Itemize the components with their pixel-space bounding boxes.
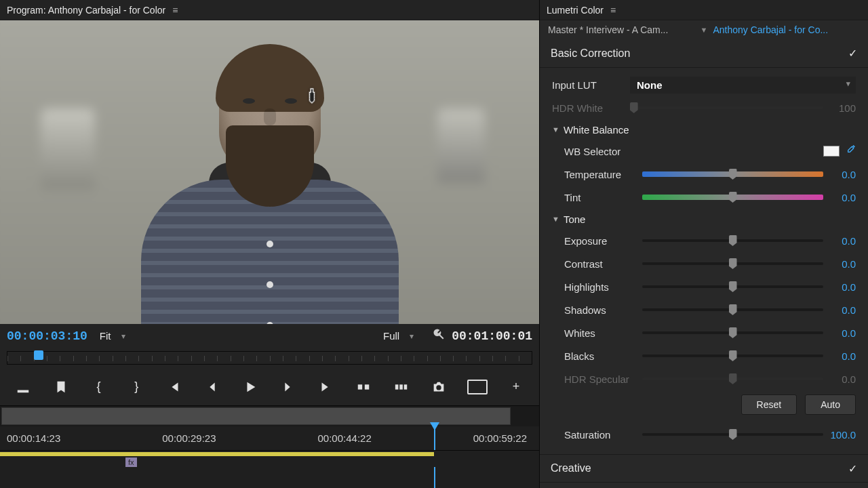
mark-out-icon[interactable]: } <box>127 378 146 396</box>
highlights-label: Highlights <box>564 281 642 293</box>
blacks-value[interactable]: 0.0 <box>823 350 856 362</box>
program-monitor[interactable] <box>0 20 539 324</box>
tint-label: Tint <box>564 192 642 203</box>
disclosure-triangle-icon: ▼ <box>552 215 559 223</box>
creative-header[interactable]: Creative ✓ <box>540 454 868 483</box>
extract-icon[interactable] <box>392 378 411 396</box>
play-icon[interactable] <box>241 378 260 396</box>
safe-margins-icon[interactable] <box>467 380 488 394</box>
hdr-specular-slider <box>642 378 823 380</box>
disclosure-triangle-icon: ▼ <box>552 125 559 134</box>
lift-icon[interactable] <box>354 378 373 396</box>
svg-rect-4 <box>403 384 407 389</box>
auto-button[interactable]: Auto <box>805 394 856 415</box>
program-scrubber[interactable] <box>0 348 539 368</box>
duration-timecode: 00:01:00:01 <box>452 329 532 343</box>
hdr-white-label: HDR White <box>552 102 630 114</box>
exposure-slider[interactable] <box>642 239 823 242</box>
lumetri-title: Lumetri Color <box>547 5 604 16</box>
hdr-specular-label: HDR Specular <box>564 373 642 385</box>
tint-slider[interactable] <box>642 195 823 200</box>
program-title: Program: Anthony Carbajal - for Color <box>7 5 165 16</box>
camera-icon[interactable] <box>430 378 449 396</box>
shadows-value[interactable]: 0.0 <box>823 304 856 316</box>
timeline-ruler[interactable]: 00:00:14:23 00:00:29:23 00:00:44:22 00:0… <box>0 426 539 450</box>
input-lut-dropdown[interactable]: None <box>630 77 856 94</box>
step-back-icon[interactable] <box>203 378 222 396</box>
section-enabled-check-icon[interactable]: ✓ <box>848 47 857 60</box>
svg-rect-3 <box>399 384 403 389</box>
program-panel-header: Program: Anthony Carbajal - for Color ≡ <box>0 0 539 20</box>
program-menu-icon[interactable]: ≡ <box>172 5 178 16</box>
wb-color-swatch[interactable] <box>823 146 840 157</box>
svg-rect-1 <box>365 384 369 389</box>
svg-point-5 <box>437 385 441 390</box>
whites-slider[interactable] <box>642 331 823 334</box>
go-to-in-icon[interactable] <box>165 378 184 396</box>
saturation-label: Saturation <box>564 429 642 441</box>
wrench-icon[interactable] <box>433 328 445 344</box>
current-timecode[interactable]: 00:00:03:10 <box>7 329 87 343</box>
step-forward-icon[interactable] <box>278 378 297 396</box>
saturation-value[interactable]: 100.0 <box>823 429 856 441</box>
exposure-value[interactable]: 0.0 <box>823 235 856 247</box>
whites-label: Whites <box>564 327 642 339</box>
tint-value[interactable]: 0.0 <box>823 192 856 203</box>
mark-icon[interactable] <box>52 378 71 396</box>
ruler-tick: 00:00:44:22 <box>318 432 372 444</box>
exposure-label: Exposure <box>564 235 642 247</box>
svg-rect-0 <box>358 384 362 389</box>
contrast-slider[interactable] <box>642 262 823 265</box>
shadows-label: Shadows <box>564 304 642 316</box>
contrast-value[interactable]: 0.0 <box>823 258 856 270</box>
blacks-label: Blacks <box>564 350 642 362</box>
reset-button[interactable]: Reset <box>741 394 797 415</box>
ruler-tick: 00:00:59:22 <box>473 432 527 444</box>
export-frame-icon[interactable] <box>14 378 33 396</box>
scrubber-playhead[interactable] <box>34 350 43 360</box>
basic-correction-header[interactable]: Basic Correction ✓ <box>540 39 868 68</box>
svg-rect-2 <box>395 384 399 389</box>
temperature-value[interactable]: 0.0 <box>823 169 856 180</box>
white-balance-header[interactable]: ▼ White Balance <box>552 119 856 140</box>
clip-master-label[interactable]: Master * Interivew - A Cam... <box>548 24 695 35</box>
lumetri-panel-header: Lumetri Color ≡ <box>540 0 868 20</box>
temperature-slider[interactable] <box>642 171 823 177</box>
ruler-tick: 00:00:14:23 <box>7 432 60 444</box>
clip-active-label[interactable]: Anthony Carbajal - for Co... <box>713 24 860 35</box>
add-button-icon[interactable]: + <box>507 378 526 396</box>
zoom-dropdown[interactable]: Fit <box>94 327 131 344</box>
shadows-slider[interactable] <box>642 308 823 311</box>
highlights-value[interactable]: 0.0 <box>823 281 856 293</box>
eyedropper-icon[interactable] <box>845 144 856 158</box>
go-to-out-icon[interactable] <box>316 378 335 396</box>
timeline-panel[interactable]: 00:00:14:23 00:00:29:23 00:00:44:22 00:0… <box>0 405 539 488</box>
quality-dropdown[interactable]: Full <box>378 327 419 344</box>
mark-in-icon[interactable]: { <box>90 378 108 396</box>
saturation-slider[interactable] <box>642 433 823 436</box>
wb-selector-label: WB Selector <box>564 146 642 157</box>
ruler-tick: 00:00:29:23 <box>162 432 216 444</box>
temperature-label: Temperature <box>564 169 642 180</box>
tone-header[interactable]: ▼ Tone <box>552 209 856 229</box>
lumetri-menu-icon[interactable]: ≡ <box>610 5 616 16</box>
timeline-clip[interactable] <box>0 452 434 456</box>
section-enabled-check-icon[interactable]: ✓ <box>848 462 857 475</box>
highlights-slider[interactable] <box>642 285 823 288</box>
blacks-slider[interactable] <box>642 354 823 357</box>
hdr-white-slider <box>630 106 823 109</box>
whites-value[interactable]: 0.0 <box>823 327 856 339</box>
contrast-label: Contrast <box>564 258 642 270</box>
input-lut-label: Input LUT <box>552 79 630 91</box>
hdr-white-value: 100 <box>823 102 856 114</box>
chevron-down-icon[interactable]: ▼ <box>701 26 708 34</box>
hdr-specular-value: 0.0 <box>823 373 856 385</box>
fx-badge[interactable]: fx <box>125 458 137 467</box>
